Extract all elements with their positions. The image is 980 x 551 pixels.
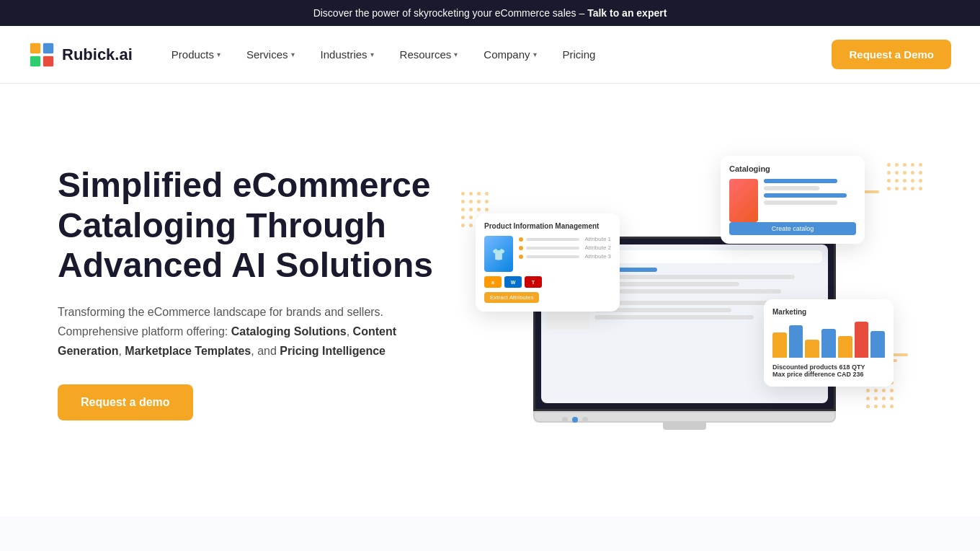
hero-description: Transforming the eCommerce landscape for… <box>58 302 447 361</box>
nav-products[interactable]: Products ▾ <box>161 43 231 66</box>
hero-feature-3: Marketplace Templates <box>125 345 251 357</box>
cataloging-create-button[interactable]: Create catalog <box>729 222 856 235</box>
announcement-cta[interactable]: Talk to an expert <box>587 7 667 19</box>
bottom-section: Empowering eCommerce platforms at every … <box>0 516 980 551</box>
pim-attr-1: Attribute 1 <box>519 236 611 242</box>
pim-card-title: Product Information Management <box>484 222 611 230</box>
logo-icon <box>29 42 55 68</box>
nav-pricing[interactable]: Pricing <box>553 43 606 66</box>
card-marketing: Marketing Discounted products 618 QTY Ma… <box>764 299 894 387</box>
industries-chevron-icon: ▾ <box>370 50 374 58</box>
cataloging-product-image <box>729 179 758 222</box>
nav-services[interactable]: Services ▾ <box>236 43 305 66</box>
hero-cta-button[interactable]: Request a demo <box>58 384 193 420</box>
marketing-stat-2: Max price difference CAD 236 <box>772 371 885 378</box>
nav-industries[interactable]: Industries ▾ <box>311 43 384 66</box>
dot-2[interactable] <box>572 417 578 423</box>
svg-rect-2 <box>30 56 40 66</box>
header: Rubick.ai Products ▾ Services ▾ Industri… <box>0 26 980 84</box>
pim-product-image: 👕 <box>484 236 513 272</box>
svg-rect-1 <box>43 43 53 53</box>
pim-marketplace-logos: a W T <box>484 276 611 288</box>
hero-section: Simplified eCommerce Cataloging Through … <box>0 84 980 516</box>
dot-3[interactable] <box>582 417 588 423</box>
hero-title: Simplified eCommerce Cataloging Through … <box>58 165 447 285</box>
marketing-card-title: Marketing <box>772 308 885 316</box>
announcement-text: Discover the power of skyrocketing your … <box>313 7 587 19</box>
marketing-chart <box>772 322 885 358</box>
amazon-logo: a <box>484 276 502 288</box>
cataloging-card-title: Cataloging <box>729 164 856 173</box>
walmart-logo: W <box>504 276 522 288</box>
card-cataloging: Cataloging Create catalog <box>721 156 865 244</box>
hero-feature-4: Pricing Intelligence <box>280 345 386 357</box>
header-demo-button[interactable]: Request a Demo <box>832 40 951 69</box>
nav-company[interactable]: Company ▾ <box>473 43 546 66</box>
hero-left: Simplified eCommerce Cataloging Through … <box>58 165 447 420</box>
dot-1[interactable] <box>562 417 568 423</box>
logo-link[interactable]: Rubick.ai <box>29 42 133 68</box>
svg-rect-0 <box>30 43 40 53</box>
target-logo: T <box>525 276 542 288</box>
header-right: Request a Demo <box>832 40 951 69</box>
company-chevron-icon: ▾ <box>533 50 537 58</box>
pim-extract-button[interactable]: Extract Attributes <box>484 292 539 303</box>
pim-attr-3: Attribute 3 <box>519 253 611 260</box>
hero-right: Rubick.ai <box>447 149 922 437</box>
products-chevron-icon: ▾ <box>217 50 220 58</box>
marketing-stat-1: Discounted products 618 QTY <box>772 363 885 371</box>
services-chevron-icon: ▾ <box>291 50 295 58</box>
card-pim: Product Information Management 👕 Attribu… <box>476 213 620 312</box>
svg-rect-3 <box>43 56 53 66</box>
dashboard-container: Rubick.ai <box>476 156 894 430</box>
announcement-bar: Discover the power of skyrocketing your … <box>0 0 980 26</box>
hero-feature-1: Cataloging Solutions <box>231 325 347 338</box>
pim-attr-2: Attribute 2 <box>519 244 611 251</box>
resources-chevron-icon: ▾ <box>454 50 458 58</box>
marketing-price: CAD 236 <box>837 371 864 378</box>
logo-text: Rubick.ai <box>62 45 133 64</box>
nav-resources[interactable]: Resources ▾ <box>390 43 468 66</box>
pim-attributes: Attribute 1 Attribute 2 Attribute 3 <box>519 236 611 262</box>
marketing-qty: 618 QTY <box>839 363 865 371</box>
carousel-dots <box>562 417 588 423</box>
main-nav: Products ▾ Services ▾ Industries ▾ Resou… <box>161 43 832 66</box>
